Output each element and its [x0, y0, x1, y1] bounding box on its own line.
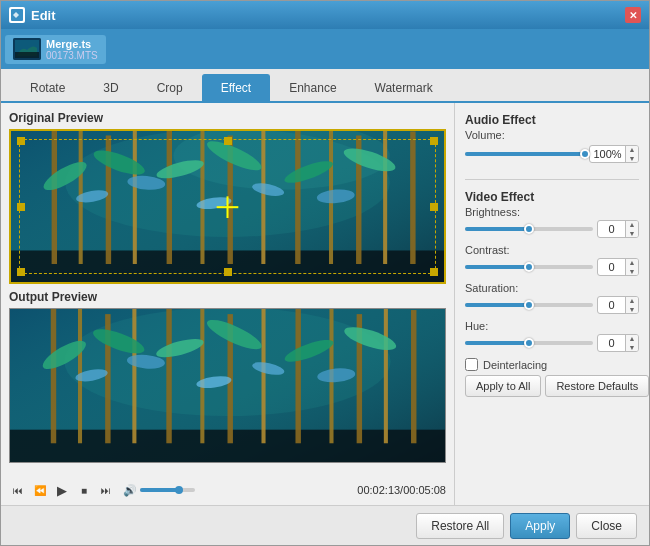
apply-button[interactable]: Apply — [510, 513, 570, 539]
svg-rect-16 — [261, 131, 265, 264]
saturation-fill — [465, 303, 529, 307]
hue-down-button[interactable]: ▼ — [626, 343, 638, 352]
svg-rect-14 — [200, 131, 204, 264]
contrast-up-button[interactable]: ▲ — [626, 258, 638, 267]
contrast-param: Contrast: 0 ▲ ▼ — [465, 244, 639, 276]
brightness-up-button[interactable]: ▲ — [626, 220, 638, 229]
brightness-fill — [465, 227, 529, 231]
contrast-slider[interactable] — [465, 265, 593, 269]
brightness-value: 0 — [598, 223, 625, 235]
saturation-up-button[interactable]: ▲ — [626, 296, 638, 305]
output-preview-box — [9, 308, 446, 463]
volume-area: 🔊 — [123, 484, 195, 497]
tab-crop[interactable]: Crop — [138, 74, 202, 101]
left-panel: Original Preview — [1, 103, 454, 505]
file-name-2: 00173.MTS — [46, 50, 98, 61]
brightness-arrows: ▲ ▼ — [625, 220, 638, 238]
contrast-value: 0 — [598, 261, 625, 273]
restore-defaults-button[interactable]: Restore Defaults — [545, 375, 649, 397]
volume-label: Volume: — [465, 129, 639, 141]
file-item[interactable]: Merge.ts 00173.MTS — [5, 35, 106, 64]
output-preview-section: Output Preview — [9, 290, 446, 463]
app-icon — [9, 7, 25, 23]
tab-enhance[interactable]: Enhance — [270, 74, 355, 101]
apply-to-all-button[interactable]: Apply to All — [465, 375, 541, 397]
svg-rect-47 — [295, 309, 300, 443]
saturation-thumb[interactable] — [524, 300, 534, 310]
saturation-arrows: ▲ ▼ — [625, 296, 638, 314]
volume-up-button[interactable]: ▲ — [626, 145, 638, 154]
hue-slider[interactable] — [465, 341, 593, 345]
contrast-thumb[interactable] — [524, 262, 534, 272]
brightness-thumb[interactable] — [524, 224, 534, 234]
svg-rect-44 — [200, 309, 204, 443]
brightness-slider[interactable] — [465, 227, 593, 231]
stop-button[interactable]: ■ — [75, 481, 93, 499]
tab-watermark[interactable]: Watermark — [356, 74, 452, 101]
original-preview-label: Original Preview — [9, 111, 446, 125]
skip-back-button[interactable]: ⏮ — [9, 481, 27, 499]
file-name-1: Merge.ts — [46, 38, 98, 50]
saturation-value-box: 0 ▲ ▼ — [597, 296, 639, 314]
volume-track[interactable] — [465, 152, 585, 156]
contrast-value-box: 0 ▲ ▼ — [597, 258, 639, 276]
tab-rotate[interactable]: Rotate — [11, 74, 84, 101]
contrast-label: Contrast: — [465, 244, 639, 256]
file-thumbnail — [13, 38, 41, 60]
tab-effect[interactable]: Effect — [202, 74, 270, 101]
saturation-down-button[interactable]: ▼ — [626, 305, 638, 314]
brightness-param: Brightness: 0 ▲ ▼ — [465, 206, 639, 238]
hue-row: 0 ▲ ▼ — [465, 334, 639, 352]
deinterlacing-label[interactable]: Deinterlacing — [483, 359, 547, 371]
svg-rect-21 — [410, 131, 415, 264]
apply-all-row: Apply to All Restore Defaults — [465, 375, 639, 397]
svg-rect-12 — [133, 131, 137, 264]
volume-slider[interactable] — [140, 488, 195, 492]
hue-param: Hue: 0 ▲ ▼ — [465, 320, 639, 352]
skip-forward-button[interactable]: ⏭ — [97, 481, 115, 499]
window-title: Edit — [31, 8, 625, 23]
deinterlacing-checkbox[interactable] — [465, 358, 478, 371]
tab-bar: Rotate 3D Crop Effect Enhance Watermark — [1, 69, 649, 103]
volume-fill — [140, 488, 179, 492]
video-effect-title: Video Effect — [465, 190, 639, 204]
volume-down-button[interactable]: ▼ — [626, 154, 638, 163]
volume-thumb[interactable] — [175, 486, 183, 494]
svg-rect-3 — [15, 52, 39, 58]
volume-arrows: ▲ ▼ — [625, 145, 638, 163]
deinterlacing-row: Deinterlacing — [465, 358, 639, 371]
edit-window: Edit ✕ Merge.ts 00173.MTS Rotate 3D Crop… — [0, 0, 650, 546]
play-back-button[interactable]: ⏪ — [31, 481, 49, 499]
audio-effect-title: Audio Effect — [465, 113, 639, 127]
brightness-value-box: 0 ▲ ▼ — [597, 220, 639, 238]
brightness-down-button[interactable]: ▼ — [626, 229, 638, 238]
tab-3d[interactable]: 3D — [84, 74, 137, 101]
saturation-param: Saturation: 0 ▲ ▼ — [465, 282, 639, 314]
divider-1 — [465, 179, 639, 180]
original-video-frame — [11, 131, 444, 282]
close-window-button[interactable]: ✕ — [625, 7, 641, 23]
hue-up-button[interactable]: ▲ — [626, 334, 638, 343]
svg-rect-20 — [383, 131, 387, 264]
restore-all-button[interactable]: Restore All — [416, 513, 504, 539]
svg-rect-42 — [132, 309, 136, 443]
output-preview-label: Output Preview — [9, 290, 446, 304]
audio-effect-section: Audio Effect Volume: 100% ▲ ▼ — [465, 113, 639, 169]
contrast-down-button[interactable]: ▼ — [626, 267, 638, 276]
main-content: Original Preview — [1, 103, 649, 505]
contrast-row: 0 ▲ ▼ — [465, 258, 639, 276]
original-preview-section: Original Preview — [9, 111, 446, 284]
volume-track-fill — [465, 152, 585, 156]
volume-icon: 🔊 — [123, 484, 137, 497]
saturation-slider[interactable] — [465, 303, 593, 307]
video-effect-section: Video Effect Brightness: 0 ▲ ▼ — [465, 190, 639, 397]
title-bar: Edit ✕ — [1, 1, 649, 29]
hue-arrows: ▲ ▼ — [625, 334, 638, 352]
play-button[interactable]: ▶ — [53, 481, 71, 499]
svg-rect-9 — [52, 131, 57, 264]
volume-track-thumb[interactable] — [580, 149, 590, 159]
close-button[interactable]: Close — [576, 513, 637, 539]
hue-thumb[interactable] — [524, 338, 534, 348]
saturation-row: 0 ▲ ▼ — [465, 296, 639, 314]
right-panel: Audio Effect Volume: 100% ▲ ▼ — [454, 103, 649, 505]
